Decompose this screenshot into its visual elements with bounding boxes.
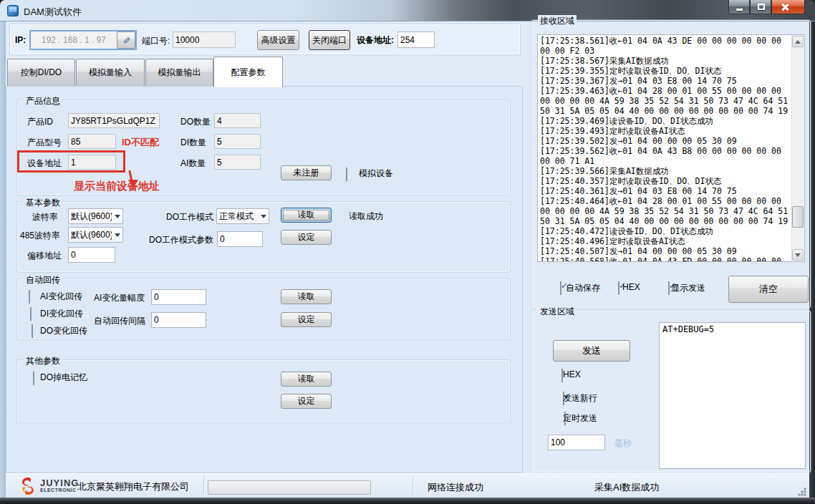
clear-button[interactable]: 清空 bbox=[728, 276, 809, 303]
id-mismatch-warning: ID不匹配 bbox=[122, 136, 159, 149]
di-change-checkbox[interactable] bbox=[30, 307, 32, 321]
auto-interval-label: 自动回传间隔 bbox=[94, 315, 145, 327]
show-send-checkbox[interactable] bbox=[668, 281, 670, 295]
send-area-title: 发送区域 bbox=[538, 306, 577, 318]
scrollbar-thumb[interactable] bbox=[792, 206, 804, 228]
close-port-button[interactable]: 关闭端口 bbox=[309, 30, 350, 50]
network-status-text: 网络连接成功 bbox=[428, 481, 483, 494]
amplitude-label: AI变化量幅度 bbox=[94, 292, 145, 304]
do-change-label: DO变化回传 bbox=[40, 325, 87, 337]
minimize-button[interactable] bbox=[728, 0, 750, 14]
send-hex-label: HEX bbox=[563, 369, 581, 379]
window-title: DAM测试软件 bbox=[24, 6, 82, 19]
device-address-input[interactable] bbox=[397, 32, 435, 48]
product-id-input[interactable] bbox=[68, 113, 160, 128]
other-params-group: 其他参数 bbox=[17, 360, 510, 422]
resize-grip[interactable] bbox=[798, 488, 806, 496]
do-mode-combo[interactable]: 正常模式 bbox=[216, 208, 269, 224]
register-button[interactable]: 未注册 bbox=[281, 165, 332, 180]
autosave-label: 自动保存 bbox=[566, 282, 600, 294]
product-model-label: 产品型号 bbox=[27, 137, 62, 149]
scroll-down-button[interactable] bbox=[792, 249, 804, 261]
connection-panel: IP: ✎ 端口号: 高级设置 关闭端口 设备地址: bbox=[10, 24, 520, 54]
receive-log[interactable]: [17:25:38.561]收←01 04 0A 43 DE 00 00 00 … bbox=[537, 34, 805, 262]
logo-text-top: JUYING bbox=[40, 478, 79, 488]
do-memory-label: DO掉电记忆 bbox=[40, 372, 87, 384]
title-bar[interactable]: DAM测试软件 bbox=[0, 0, 815, 21]
basic-set-button[interactable]: 设定 bbox=[281, 230, 332, 245]
product-model-input[interactable] bbox=[68, 134, 116, 149]
read-status-text: 读取成功 bbox=[349, 210, 383, 223]
baud485-combo[interactable]: 默认(9600) bbox=[68, 227, 123, 243]
port-input[interactable] bbox=[173, 32, 236, 48]
tab-analog-input[interactable]: 模拟量输入 bbox=[76, 59, 145, 86]
auto-set-button[interactable]: 设定 bbox=[281, 312, 332, 327]
send-button[interactable]: 发送 bbox=[553, 340, 630, 362]
di-count-input[interactable] bbox=[214, 134, 261, 149]
simulate-device-checkbox[interactable] bbox=[346, 168, 347, 181]
device-address-label: 设备地址: bbox=[357, 34, 394, 47]
auto-interval-input[interactable] bbox=[151, 312, 206, 328]
window-border-bottom bbox=[0, 498, 815, 504]
ip-input[interactable] bbox=[31, 32, 117, 49]
auto-read-button[interactable]: 读取 bbox=[281, 289, 332, 304]
statusbar-separator bbox=[203, 476, 204, 495]
autosave-checkbox[interactable] bbox=[560, 281, 561, 295]
app-icon bbox=[7, 5, 19, 16]
pencil-icon: ✎ bbox=[121, 37, 132, 44]
baud-combo[interactable]: 默认(9600) bbox=[68, 208, 123, 224]
progress-bar bbox=[208, 480, 371, 495]
ai-status-text: 采集AI数据成功 bbox=[594, 481, 659, 494]
other-read-button[interactable]: 读取 bbox=[281, 372, 332, 387]
di-count-label: DI数量 bbox=[180, 137, 206, 149]
do-memory-checkbox[interactable] bbox=[33, 372, 34, 385]
amplitude-input[interactable] bbox=[151, 289, 206, 305]
close-button[interactable] bbox=[771, 0, 805, 14]
send-interval-input[interactable] bbox=[548, 435, 605, 450]
tab-analog-output[interactable]: 模拟量输出 bbox=[145, 59, 213, 86]
receive-area-title: 接收区域 bbox=[538, 15, 577, 27]
minimize-icon bbox=[736, 9, 743, 11]
send-content-textarea[interactable]: AT+DEBUG=5 bbox=[659, 322, 806, 469]
edit-ip-button[interactable]: ✎ bbox=[117, 32, 135, 49]
offset-input[interactable] bbox=[68, 247, 115, 263]
do-mode-param-label: DO工作模式参数 bbox=[149, 234, 213, 246]
chevron-down-icon bbox=[112, 228, 122, 242]
ai-change-checkbox[interactable] bbox=[29, 290, 30, 304]
product-id-label: 产品ID bbox=[27, 116, 53, 128]
baud485-label: 485波特率 bbox=[20, 230, 60, 242]
receive-hex-checkbox[interactable] bbox=[618, 281, 619, 295]
basic-read-button[interactable]: 读取 bbox=[281, 208, 332, 223]
auto-report-title: 自动回传 bbox=[24, 274, 62, 286]
simulate-device-label: 模拟设备 bbox=[359, 168, 393, 180]
do-mode-param-input[interactable] bbox=[217, 231, 263, 247]
chevron-down-icon bbox=[112, 209, 122, 223]
baud-label: 波特率 bbox=[32, 211, 58, 223]
receive-scrollbar[interactable] bbox=[791, 36, 804, 261]
do-count-label: DO数量 bbox=[180, 116, 211, 128]
baud-value: 默认(9600) bbox=[69, 210, 112, 223]
ip-label: IP: bbox=[15, 35, 26, 45]
do-count-input[interactable] bbox=[214, 113, 261, 128]
juying-logo-icon bbox=[19, 477, 37, 495]
advanced-settings-button[interactable]: 高级设置 bbox=[257, 30, 299, 50]
product-info-title: 产品信息 bbox=[24, 95, 62, 107]
baud485-value: 默认(9600) bbox=[69, 229, 112, 241]
other-set-button[interactable]: 设定 bbox=[281, 394, 332, 409]
ai-change-label: AI变化回传 bbox=[40, 291, 82, 303]
tab-control-dido[interactable]: 控制DI/DO bbox=[7, 59, 75, 86]
company-name: 北京聚英翱翔电子有限公司 bbox=[77, 480, 189, 493]
scroll-up-button[interactable] bbox=[792, 36, 804, 47]
ip-field-group: ✎ bbox=[29, 30, 137, 50]
status-bar: JUYING ELECTRONIC 北京聚英翱翔电子有限公司 网络连接成功 采集… bbox=[6, 473, 809, 498]
do-change-checkbox[interactable] bbox=[32, 324, 33, 338]
scroll-down-icon bbox=[795, 253, 801, 257]
do-mode-value: 正常模式 bbox=[217, 210, 258, 223]
milliseconds-label: 毫秒 bbox=[614, 437, 632, 450]
auto-report-group: 自动回传 bbox=[17, 279, 510, 339]
ai-count-input[interactable] bbox=[214, 155, 261, 170]
maximize-button[interactable] bbox=[750, 0, 771, 14]
tab-config-params[interactable]: 配置参数 bbox=[213, 57, 283, 87]
receive-log-text: [17:25:38.561]收←01 04 0A 43 DE 00 00 00 … bbox=[540, 36, 791, 262]
ai-count-label: AI数量 bbox=[180, 158, 206, 170]
